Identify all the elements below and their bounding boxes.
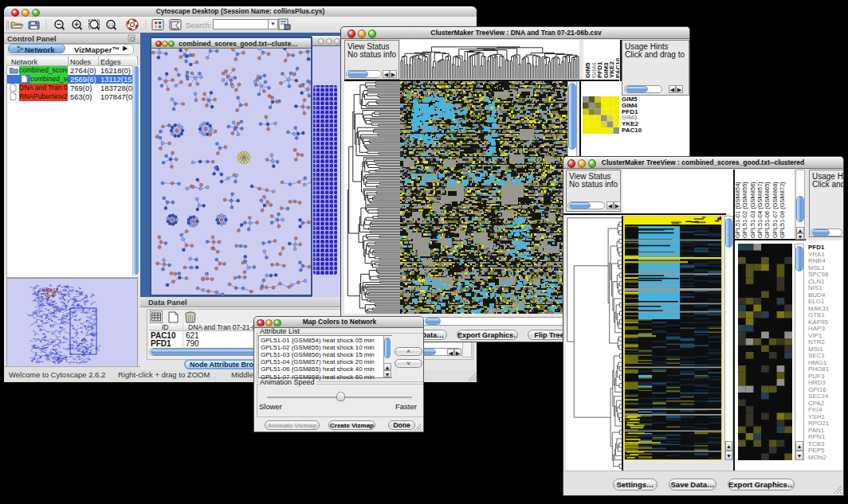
svg-text:PAC10: PAC10 — [614, 57, 619, 78]
svg-text:GPL51-02 (GSM855): GPL51-02 (GSM855) — [741, 182, 748, 238]
svg-text:GPL51-03 (GSM856): GPL51-03 (GSM856) — [749, 182, 756, 238]
svg-text:GPL51-01 (GSM854): GPL51-01 (GSM854) — [734, 182, 741, 238]
svg-text:GPL51-04 (GSM857): GPL51-04 (GSM857) — [756, 182, 764, 238]
svg-text:GPL51-08 (GSM872): GPL51-08 (GSM872) — [779, 182, 786, 238]
svg-text:GPL51-06 (GSM865): GPL51-06 (GSM865) — [764, 182, 771, 238]
svg-text:1:1: 1:1 — [108, 23, 114, 27]
svg-text:GPL51-07 (GSM868): GPL51-07 (GSM868) — [771, 182, 779, 238]
svg-text:MON2: MON2 — [808, 454, 827, 461]
